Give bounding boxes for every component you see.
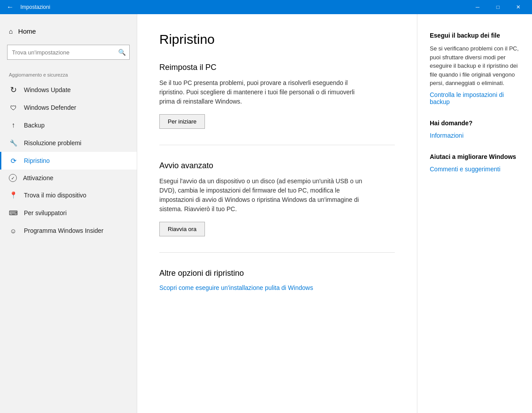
minimize-button[interactable]: ─ (467, 0, 488, 14)
search-input[interactable] (8, 49, 115, 56)
right-panel-backup-desc: Se si verificano problemi con il PC, puo… (430, 44, 520, 88)
sidebar-item-label: Trova il mio dispositivo (24, 192, 86, 199)
section-altre-title: Altre opzioni di ripristino (159, 269, 395, 278)
defender-icon: 🛡 (9, 103, 18, 112)
right-panel-domande-title: Hai domande? (430, 120, 520, 127)
maximize-button[interactable]: □ (488, 0, 508, 14)
sidebar-item-label: Risoluzione problemi (24, 139, 81, 147)
per-iniziare-button[interactable]: Per iniziare (159, 114, 205, 129)
section-reimposta-title: Reimposta il PC (159, 63, 395, 72)
sidebar-item-sviluppatori[interactable]: ⌨ Per sviluppatori (0, 204, 137, 222)
sidebar-item-trova-dispositivo[interactable]: 📍 Trova il mio dispositivo (0, 186, 137, 204)
sidebar-item-label: Windows Defender (24, 104, 76, 111)
section-avvio-title: Avvio avanzato (159, 161, 395, 170)
main-container: ⌂ Home 🔍 Aggiornamento e sicurezza ↻ Win… (0, 14, 532, 413)
riavvia-ora-button[interactable]: Riavvia ora (159, 222, 205, 236)
backup-icon: ↑ (9, 121, 18, 130)
titlebar-title: Impostazioni (17, 4, 467, 10)
find-device-icon: 📍 (9, 191, 18, 200)
right-panel: Esegui il backup dei file Se si verifica… (417, 14, 532, 413)
sidebar-item-label: Programma Windows Insider (24, 227, 104, 234)
sidebar: ⌂ Home 🔍 Aggiornamento e sicurezza ↻ Win… (0, 14, 137, 413)
developer-icon: ⌨ (9, 208, 18, 217)
sidebar-item-label: Per sviluppatori (24, 209, 67, 216)
informazioni-link[interactable]: Informazioni (430, 132, 463, 139)
ripristino-icon: ⟳ (9, 156, 18, 165)
troubleshoot-icon: 🔧 (9, 139, 18, 147)
sidebar-item-label: Backup (24, 122, 45, 129)
sidebar-home-label: Home (18, 27, 36, 35)
sidebar-item-attivazione[interactable]: ✓ Attivazione (0, 170, 137, 186)
backup-settings-link[interactable]: Controlla le impostazioni di backup (430, 91, 504, 105)
divider-1 (159, 145, 395, 145)
sidebar-search-container: 🔍 (7, 45, 130, 60)
right-panel-domande: Hai domande? Informazioni (430, 120, 520, 139)
sidebar-section-label: Aggiornamento e sicurezza (0, 65, 137, 81)
section-reimposta-desc: Se il tuo PC presenta problemi, puoi pro… (159, 78, 372, 106)
sidebar-item-windows-defender[interactable]: 🛡 Windows Defender (0, 99, 137, 116)
sidebar-item-label: Attivazione (23, 174, 53, 181)
installazione-pulita-link[interactable]: Scopri come eseguire un'installazione pu… (159, 284, 313, 291)
activation-icon: ✓ (9, 174, 17, 182)
sidebar-item-windows-insider[interactable]: ☺ Programma Windows Insider (0, 222, 137, 239)
titlebar-controls: ─ □ ✕ (467, 0, 528, 14)
sidebar-item-label: Windows Update (24, 86, 71, 93)
right-panel-backup-title: Esegui il backup dei file (430, 32, 520, 39)
right-panel-migliora: Aiutaci a migliorare Windows Commenti e … (430, 153, 520, 173)
commenti-link[interactable]: Commenti e suggerimenti (430, 166, 501, 173)
close-button[interactable]: ✕ (508, 0, 528, 14)
titlebar: ← Impostazioni ─ □ ✕ (0, 0, 532, 14)
sidebar-home[interactable]: ⌂ Home (0, 23, 137, 39)
sidebar-item-ripristino[interactable]: ⟳ Ripristino (0, 152, 137, 170)
insider-icon: ☺ (9, 226, 18, 235)
content-area: Ripristino Reimposta il PC Se il tuo PC … (137, 14, 417, 413)
sidebar-item-backup[interactable]: ↑ Backup (0, 116, 137, 134)
divider-2 (159, 252, 395, 253)
page-title: Ripristino (159, 32, 395, 47)
section-avvio-desc: Esegui l'avvio da un dispositivo o un di… (159, 177, 372, 214)
sidebar-item-label: Ripristino (24, 157, 50, 164)
right-panel-backup: Esegui il backup dei file Se si verifica… (430, 32, 520, 105)
home-icon: ⌂ (9, 27, 13, 35)
search-icon: 🔍 (115, 49, 129, 56)
right-panel-migliora-title: Aiutaci a migliorare Windows (430, 153, 520, 160)
sidebar-item-windows-update[interactable]: ↻ Windows Update (0, 81, 137, 99)
back-button[interactable]: ← (4, 0, 17, 14)
update-icon: ↻ (9, 85, 18, 94)
sidebar-item-risoluzione[interactable]: 🔧 Risoluzione problemi (0, 134, 137, 152)
